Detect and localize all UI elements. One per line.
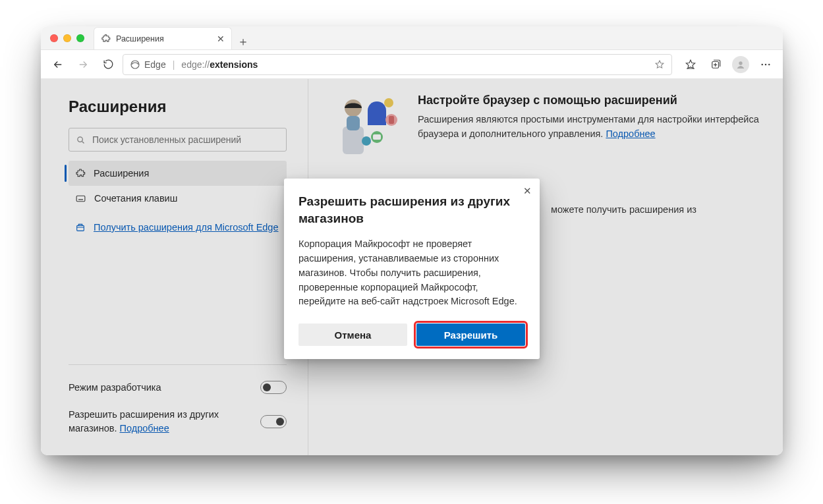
forward-button[interactable] xyxy=(72,54,94,75)
browser-window: Расширения ✕ ＋ Edge | xyxy=(41,26,783,455)
address-bar[interactable]: Edge | edge://extensions xyxy=(123,54,672,75)
collections-button[interactable] xyxy=(705,54,726,75)
edge-brand-icon xyxy=(130,59,140,70)
tabstrip: Расширения ✕ ＋ xyxy=(94,26,783,49)
refresh-button[interactable] xyxy=(98,54,119,75)
allow-other-stores-dialog: ✕ Разрешить расширения из других магазин… xyxy=(284,179,540,359)
allow-button[interactable]: Разрешить xyxy=(416,323,525,346)
svg-point-2 xyxy=(739,61,742,65)
tab-title: Расширения xyxy=(116,34,164,43)
url-path: edge://extensions xyxy=(181,59,258,70)
favorite-button[interactable] xyxy=(654,59,665,70)
dialog-title: Разрешить расширения из других магазинов xyxy=(298,193,525,227)
browser-tab[interactable]: Расширения ✕ xyxy=(94,27,232,49)
svg-point-4 xyxy=(765,63,767,65)
tab-extension-icon xyxy=(101,34,111,43)
titlebar: Расширения ✕ ＋ xyxy=(41,26,783,50)
site-identity: Edge xyxy=(130,59,166,70)
more-button[interactable] xyxy=(755,54,776,75)
profile-button[interactable] xyxy=(730,54,751,75)
back-button[interactable] xyxy=(47,54,69,75)
maximize-window-button[interactable] xyxy=(76,34,84,42)
favorites-button[interactable] xyxy=(680,54,701,75)
tab-close-button[interactable]: ✕ xyxy=(217,34,225,44)
dialog-body: Корпорация Майкрософт не проверяет расши… xyxy=(298,237,525,309)
window-controls xyxy=(41,26,94,49)
cancel-button[interactable]: Отмена xyxy=(298,323,407,346)
addr-separator: | xyxy=(173,59,175,70)
brand-label: Edge xyxy=(144,59,166,70)
dialog-close-button[interactable]: ✕ xyxy=(523,185,532,197)
toolbar-right xyxy=(676,54,776,75)
dialog-actions: Отмена Разрешить xyxy=(298,323,525,346)
new-tab-button[interactable]: ＋ xyxy=(232,34,254,49)
svg-point-3 xyxy=(761,63,763,65)
avatar-icon xyxy=(732,56,749,73)
svg-point-5 xyxy=(768,63,770,65)
toolbar: Edge | edge://extensions xyxy=(41,50,783,79)
minimize-window-button[interactable] xyxy=(63,34,71,42)
close-window-button[interactable] xyxy=(50,34,58,42)
svg-point-0 xyxy=(131,61,139,69)
